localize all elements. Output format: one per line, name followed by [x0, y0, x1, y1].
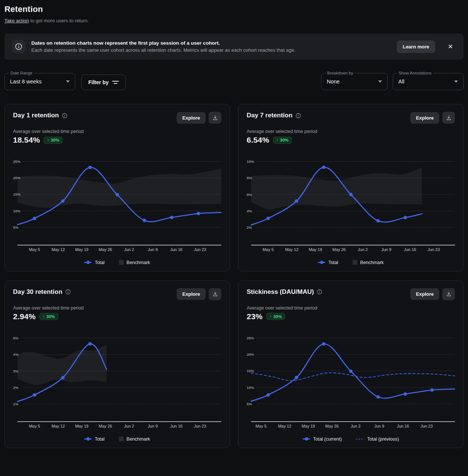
data-point[interactable] — [88, 166, 92, 169]
data-point[interactable] — [376, 395, 380, 399]
total-line — [251, 344, 455, 401]
data-point[interactable] — [404, 216, 407, 219]
x-tick-label: May 19 — [309, 247, 322, 252]
change-value: 30% — [51, 138, 59, 142]
data-point[interactable] — [322, 342, 325, 346]
chart-legend: Total Benchmark — [13, 437, 221, 442]
data-point[interactable] — [376, 219, 380, 222]
y-tick-label: 6% — [247, 193, 252, 197]
data-point[interactable] — [349, 193, 352, 196]
arrow-up-icon: ↑ — [270, 314, 272, 319]
date-range-select[interactable]: Date Range Last 8 weeks — [4, 73, 75, 90]
data-point[interactable] — [404, 392, 407, 396]
legend-item-total-previous[interactable]: Total (previous) — [356, 437, 399, 442]
legend-item-benchmark[interactable]: Benchmark — [352, 260, 384, 265]
x-tick-label: Jun 9 — [148, 247, 158, 252]
legend-item-benchmark[interactable]: Benchmark — [119, 437, 150, 442]
legend-item-total[interactable]: Total — [318, 260, 338, 265]
data-point[interactable] — [116, 193, 119, 196]
line-dot-marker-icon — [84, 262, 92, 263]
banner-text: Dates on retention charts now represent … — [31, 40, 391, 53]
data-point[interactable] — [61, 199, 64, 203]
info-icon[interactable] — [62, 113, 67, 118]
x-tick-label: May 5 — [256, 424, 267, 428]
stickiness-card: Stickiness (DAU/MAU) Explore Average ove… — [238, 280, 464, 448]
average-label: Average over selected time period — [13, 129, 221, 134]
x-tick-label: May 5 — [263, 247, 274, 252]
x-tick-label: May 19 — [302, 424, 315, 428]
average-value: 23% — [247, 312, 263, 321]
data-point[interactable] — [266, 217, 270, 220]
data-point[interactable] — [197, 212, 200, 215]
info-icon[interactable] — [317, 289, 322, 295]
legend-item-total[interactable]: Total — [84, 260, 104, 265]
retention-page: { "page": { "title": "Retention", "subti… — [0, 0, 468, 476]
arrow-up-icon: ↑ — [43, 314, 45, 319]
data-point[interactable] — [33, 217, 36, 220]
banner-description: Each date represents the same user cohor… — [31, 47, 391, 53]
day7-card-title: Day 7 retention — [247, 112, 292, 119]
arrow-up-icon: ↑ — [276, 138, 279, 142]
download-button[interactable] — [442, 288, 455, 300]
x-tick-label: Jun 9 — [382, 247, 392, 252]
data-point[interactable] — [170, 216, 173, 219]
x-tick-label: May 12 — [278, 424, 291, 428]
explore-button[interactable]: Explore — [177, 288, 206, 300]
y-tick-label: 25% — [247, 336, 254, 340]
y-tick-label: 2% — [13, 385, 19, 390]
change-badge: ↑30% — [266, 313, 285, 320]
legend-item-benchmark[interactable]: Benchmark — [119, 260, 150, 265]
take-action-link[interactable]: Take action — [4, 18, 29, 23]
download-icon — [446, 291, 452, 297]
x-tick-label: May 26 — [325, 424, 339, 428]
data-point[interactable] — [295, 199, 298, 203]
y-tick-label: 10% — [247, 159, 254, 164]
average-value: 6.54% — [247, 136, 269, 145]
x-tick-label: May 26 — [99, 424, 112, 428]
average-value: 2.94% — [13, 312, 36, 321]
day1-retention-chart[interactable]: 5%10%15%20%25%May 5May 12May 19May 26Jun… — [13, 150, 221, 259]
square-marker-icon — [119, 260, 124, 265]
change-value: 30% — [280, 138, 288, 142]
day1-card-title: Day 1 retention — [13, 112, 59, 119]
benchmark-band — [18, 169, 221, 208]
data-point[interactable] — [430, 388, 434, 391]
data-point[interactable] — [349, 369, 352, 373]
explore-button[interactable]: Explore — [410, 288, 439, 300]
explore-button[interactable]: Explore — [410, 112, 439, 124]
y-tick-label: 25% — [13, 159, 20, 164]
learn-more-button[interactable]: Learn more — [397, 41, 435, 53]
chart-legend: Total Benchmark — [13, 260, 221, 265]
info-icon[interactable] — [295, 113, 301, 118]
download-button[interactable] — [442, 112, 455, 124]
breakdown-by-select[interactable]: Breakdown by None — [321, 73, 388, 90]
explore-button[interactable]: Explore — [177, 112, 206, 124]
legend-item-total[interactable]: Total — [84, 437, 104, 442]
download-button[interactable] — [209, 288, 221, 300]
download-button[interactable] — [209, 112, 221, 124]
day7-retention-chart[interactable]: 2%4%6%8%10%May 5May 12May 19May 26Jun 2J… — [247, 150, 455, 259]
data-point[interactable] — [61, 376, 64, 379]
data-point[interactable] — [88, 342, 92, 345]
info-icon[interactable] — [65, 289, 71, 295]
data-point[interactable] — [33, 393, 36, 397]
stickiness-card-title: Stickiness (DAU/MAU) — [247, 288, 314, 296]
x-tick-label: May 12 — [285, 247, 298, 252]
data-point[interactable] — [322, 166, 325, 169]
download-icon — [446, 115, 452, 121]
dashed-line-marker-icon — [356, 439, 364, 440]
legend-item-total-current[interactable]: Total (current) — [303, 437, 342, 442]
data-point[interactable] — [266, 393, 270, 397]
show-annotations-select[interactable]: Show Annotations All — [393, 73, 464, 90]
stickiness-chart[interactable]: 5%10%15%20%25%May 5May 12May 19May 26Jun… — [247, 327, 455, 436]
date-range-value: Last 8 weeks — [10, 79, 42, 85]
breakdown-by-value: None — [327, 79, 340, 85]
data-point[interactable] — [143, 219, 146, 222]
data-point[interactable] — [295, 376, 298, 379]
x-tick-label: Jun 23 — [420, 424, 433, 428]
close-icon[interactable]: ✕ — [445, 42, 456, 51]
day30-retention-chart[interactable]: 1%2%3%4%5%May 5May 12May 19May 26Jun 2Ju… — [13, 327, 221, 436]
y-tick-label: 1% — [13, 402, 19, 406]
filter-by-button[interactable]: Filter by — [81, 74, 126, 90]
change-value: 30% — [46, 314, 55, 319]
